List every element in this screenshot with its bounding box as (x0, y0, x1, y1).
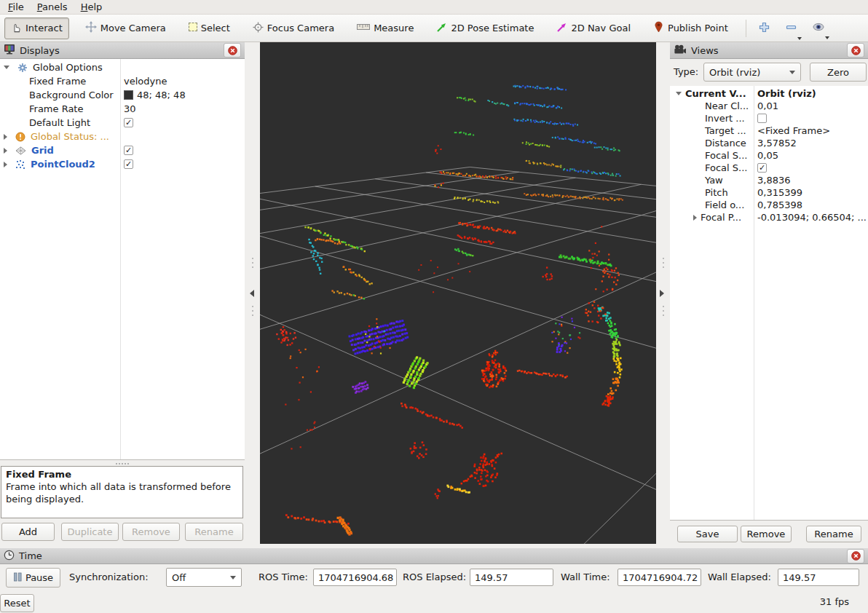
menu-file[interactable]: File (3, 1, 32, 14)
ros-time-field[interactable]: 1704716904.68 (313, 569, 397, 586)
tool-measure[interactable]: Measure (350, 18, 420, 38)
collapsed-arrow-icon[interactable] (4, 134, 7, 140)
duplicate-button: Duplicate (61, 523, 119, 541)
wall-time-label: Wall Time: (561, 572, 610, 582)
displays-close-button[interactable] (224, 43, 241, 58)
checkbox[interactable]: ✓ (124, 146, 133, 155)
tool-interact[interactable]: Interact (4, 17, 69, 39)
menu-panels[interactable]: Panels (32, 1, 76, 14)
left-splitter[interactable] (245, 42, 260, 544)
view-type-value: Orbit (rviz) (709, 67, 760, 78)
right-splitter[interactable] (656, 42, 670, 544)
row-name: Grid (0, 143, 54, 157)
expanded-arrow-icon[interactable] (4, 66, 9, 69)
chevron-down-icon (797, 37, 802, 40)
reset-button[interactable]: Reset (0, 594, 34, 612)
menu-help[interactable]: Help (76, 1, 111, 14)
color-swatch[interactable] (124, 90, 133, 100)
row-value (757, 112, 767, 124)
displays-splitter-grip[interactable] (0, 462, 245, 465)
zero-button[interactable]: Zero (810, 63, 867, 82)
tree-row-frame-rate[interactable]: Frame Rate30 (0, 102, 245, 116)
tree-row-fixed-frame[interactable]: Fixed Framevelodyne (0, 74, 245, 88)
view-row-current-v[interactable]: Current V...Orbit (rviz) (670, 87, 868, 100)
row-label: Focal P... (701, 212, 741, 223)
row-label: Invert ... (705, 113, 745, 124)
row-value: velodyne (124, 74, 167, 88)
tool-focus-camera[interactable]: Focus Camera (246, 17, 341, 39)
row-name: Global Status: ... (0, 130, 109, 143)
value-text: <Fixed Frame> (757, 125, 830, 136)
ros-elapsed-field[interactable]: 149.57 (470, 569, 553, 586)
tool-2d-pose-estimate[interactable]: 2D Pose Estimate (430, 17, 540, 39)
row-name: Current V... (676, 87, 746, 100)
checkbox[interactable]: ✓ (124, 118, 133, 127)
row-label: Fixed Frame (29, 76, 86, 87)
collapsed-arrow-icon[interactable] (4, 162, 7, 167)
tree-row-background-color[interactable]: Background Color48; 48; 48 (0, 88, 245, 102)
view-row-distance[interactable]: Distance3,57852 (670, 137, 868, 149)
rename-button-views[interactable]: Rename (806, 526, 861, 542)
tool-2d-nav-goal[interactable]: 2D Nav Goal (550, 17, 637, 39)
collapse-right-arrow-icon[interactable] (660, 290, 664, 297)
checkbox[interactable] (757, 114, 767, 123)
remove-button-views[interactable]: Remove (741, 526, 792, 542)
view-row-invert[interactable]: Invert ... (670, 112, 868, 124)
3d-viewport[interactable] (260, 42, 656, 544)
collapse-left-arrow-icon[interactable] (250, 290, 254, 297)
tree-row-global-status[interactable]: Global Status: ... (0, 130, 245, 143)
tree-row-pointcloud2[interactable]: PointCloud2✓ (0, 157, 245, 171)
tool-plus-button[interactable] (754, 18, 775, 39)
move-icon (85, 21, 97, 35)
pointcloud-icon (15, 159, 25, 170)
value-text: 48; 48; 48 (137, 90, 186, 100)
collapsed-arrow-icon[interactable] (693, 215, 697, 221)
tool-select[interactable]: Select (182, 18, 237, 38)
tool-publish-point[interactable]: Publish Point (647, 17, 735, 39)
time-panel: Time Pause Synchronization: Off ROS Time… (0, 544, 868, 613)
add-button[interactable]: Add (1, 523, 55, 541)
toolbar-separator (746, 20, 746, 37)
description-title: Fixed Frame (6, 469, 238, 481)
value-text: 0,01 (757, 100, 778, 111)
wall-time-field[interactable]: 1704716904.72 (618, 569, 701, 586)
collapsed-arrow-icon[interactable] (4, 148, 7, 154)
time-close-button[interactable] (847, 549, 864, 563)
view-row-pitch[interactable]: Pitch0,315399 (670, 186, 868, 199)
save-button-views[interactable]: Save (677, 526, 738, 542)
view-row-focal-p[interactable]: Focal P...-0.013094; 0.66504; ... (670, 211, 868, 224)
row-label: Target ... (705, 125, 746, 136)
row-label: Default Light (29, 117, 90, 128)
row-label: Field o... (705, 199, 744, 210)
synchronization-dropdown[interactable]: Off (166, 568, 242, 587)
minus-icon (785, 25, 797, 36)
view-row-focal-s[interactable]: Focal S...✓ (670, 162, 868, 174)
displays-panel: Displays Global OptionsFixed Framevelody… (0, 42, 245, 544)
expanded-arrow-icon[interactable] (676, 92, 682, 95)
view-row-target[interactable]: Target ...<Fixed Frame> (670, 124, 868, 137)
pause-button[interactable]: Pause (6, 568, 60, 588)
tree-row-global-options[interactable]: Global Options (0, 60, 245, 74)
tool-move-camera[interactable]: Move Camera (79, 17, 173, 39)
view-type-dropdown[interactable]: Orbit (rviz) (703, 63, 801, 82)
value-text: 0,315399 (757, 187, 802, 198)
checkbox[interactable]: ✓ (757, 163, 767, 173)
view-row-near-cl[interactable]: Near Cl...0,01 (670, 100, 868, 112)
clock-icon (4, 550, 15, 563)
row-label: Current V... (685, 88, 746, 99)
views-close-button[interactable] (847, 43, 864, 58)
tool-eye-button[interactable] (808, 18, 829, 38)
wall-elapsed-field[interactable]: 149.57 (778, 569, 859, 586)
view-row-field-o[interactable]: Field o...0,785398 (670, 199, 868, 211)
tree-row-default-light[interactable]: Default Light✓ (0, 116, 245, 130)
tree-row-grid[interactable]: Grid✓ (0, 143, 245, 157)
row-value: 0,01 (757, 100, 778, 112)
view-row-yaw[interactable]: Yaw3,8836 (670, 174, 868, 186)
chevron-down-icon (789, 71, 795, 74)
row-name: Fixed Frame (0, 74, 86, 88)
view-row-focal-s[interactable]: Focal S...0,05 (670, 149, 868, 162)
tool-minus-button[interactable] (781, 18, 802, 39)
checkbox[interactable]: ✓ (124, 159, 133, 169)
select-icon (189, 23, 197, 33)
row-name: Global Options (0, 60, 103, 74)
